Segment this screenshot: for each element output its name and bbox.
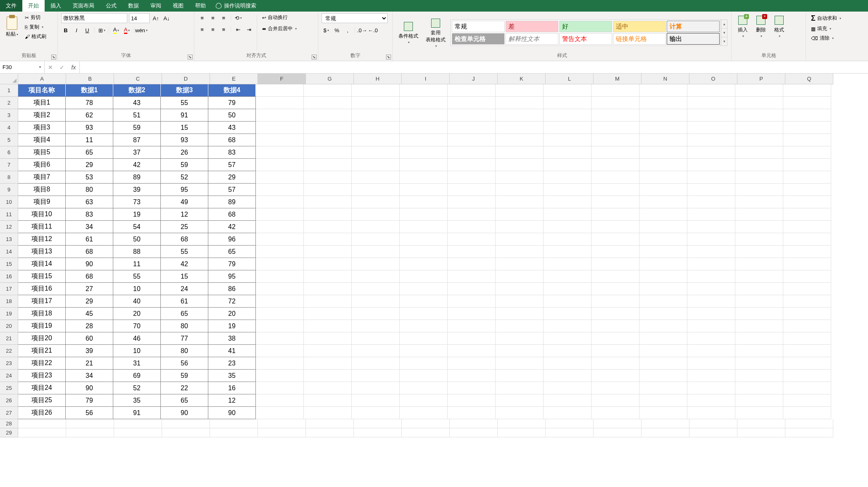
cell[interactable] [66,419,114,428]
cell[interactable]: 79 [65,394,113,407]
cell[interactable] [735,97,783,109]
cell[interactable] [256,159,304,171]
cell[interactable] [544,332,591,345]
cell[interactable] [591,221,639,233]
cell[interactable] [18,428,66,437]
cell[interactable]: 95 [208,270,256,283]
cell[interactable] [544,84,591,97]
row-header-2[interactable]: 2 [0,97,18,109]
cell[interactable] [256,146,304,159]
cell[interactable] [400,84,448,97]
cell[interactable]: 项目24 [18,382,66,394]
row-header-18[interactable]: 18 [0,295,18,308]
cell[interactable]: 项目23 [18,369,66,382]
cell[interactable]: 61 [160,295,208,308]
cell[interactable] [304,308,352,320]
cell[interactable] [352,370,400,382]
cell[interactable] [544,370,591,382]
font-dialog-launcher[interactable]: ⬊ [188,55,193,60]
cell[interactable] [352,357,400,370]
cell[interactable] [162,419,210,428]
cell[interactable] [687,320,735,332]
cell[interactable]: 19 [113,208,161,221]
cell[interactable] [591,184,639,196]
cell[interactable] [352,246,400,258]
cell[interactable] [783,159,831,171]
font-name-combo[interactable] [61,13,127,23]
cell[interactable] [448,208,496,221]
row-header-26[interactable]: 26 [0,394,18,407]
cell[interactable] [498,419,546,428]
cell[interactable] [735,283,783,295]
cell[interactable] [352,345,400,357]
cell[interactable] [354,428,402,437]
cell[interactable]: 29 [65,158,113,171]
cell[interactable] [258,428,306,437]
cell[interactable]: 65 [160,307,208,320]
cell[interactable]: 46 [113,332,161,345]
cell[interactable] [735,159,783,171]
cell[interactable] [639,184,687,196]
cell[interactable] [304,246,352,258]
cell[interactable] [544,357,591,370]
cell[interactable]: 40 [113,295,161,308]
cell[interactable] [448,159,496,171]
cell[interactable] [256,407,304,419]
insert-cells-button[interactable]: 插入 [735,13,751,40]
cell[interactable]: 73 [113,196,161,208]
tab-formulas[interactable]: 公式 [100,0,122,12]
cell[interactable] [352,394,400,407]
style-calc[interactable]: 计算 [667,21,720,32]
cell[interactable] [448,196,496,208]
cell[interactable] [687,184,735,196]
cell[interactable]: 项目1 [18,96,66,109]
cell[interactable] [544,134,591,146]
border-button[interactable]: ⊞ [97,26,106,35]
cell[interactable]: 56 [65,406,113,419]
cell[interactable] [546,428,594,437]
cell[interactable] [496,84,544,97]
cell[interactable] [687,394,735,407]
row-header-9[interactable]: 9 [0,184,18,196]
row-header-11[interactable]: 11 [0,208,18,221]
cell[interactable] [783,394,831,407]
cell[interactable] [304,134,352,146]
style-check[interactable]: 检查单元格 [452,33,505,45]
cell[interactable] [639,332,687,345]
cell[interactable] [639,221,687,233]
cell[interactable]: 53 [65,171,113,184]
merge-center-button[interactable]: ⬌合并后居中 [260,24,298,33]
cell[interactable] [687,345,735,357]
cell[interactable]: 86 [208,282,256,295]
tab-data[interactable]: 数据 [122,0,145,12]
cell[interactable] [591,320,639,332]
cell[interactable] [594,419,641,428]
cell[interactable] [304,171,352,184]
cell[interactable] [735,233,783,246]
cell[interactable]: 80 [160,344,208,357]
cell[interactable] [496,295,544,308]
row-header-21[interactable]: 21 [0,332,18,345]
cell[interactable] [544,394,591,407]
cell[interactable]: 20 [208,307,256,320]
cancel-formula-button[interactable]: ✕ [45,64,56,71]
tab-home[interactable]: 开始 [22,0,45,12]
cell[interactable]: 43 [208,121,256,134]
cell[interactable] [18,419,66,428]
cell[interactable]: 65 [160,394,208,407]
cell[interactable] [639,258,687,270]
cell[interactable] [162,428,210,437]
cell[interactable]: 34 [65,220,113,233]
increase-indent-button[interactable]: ⇥ [244,25,253,34]
cell[interactable] [544,159,591,171]
cell[interactable] [735,295,783,308]
cell[interactable]: 70 [113,320,161,332]
cell[interactable] [639,246,687,258]
cell[interactable]: 项目8 [18,183,66,196]
cell[interactable]: 项目3 [18,121,66,134]
cell[interactable] [783,246,831,258]
cell[interactable] [496,171,544,184]
cell[interactable]: 61 [65,233,113,246]
cell[interactable] [306,428,354,437]
cell[interactable] [400,332,448,345]
